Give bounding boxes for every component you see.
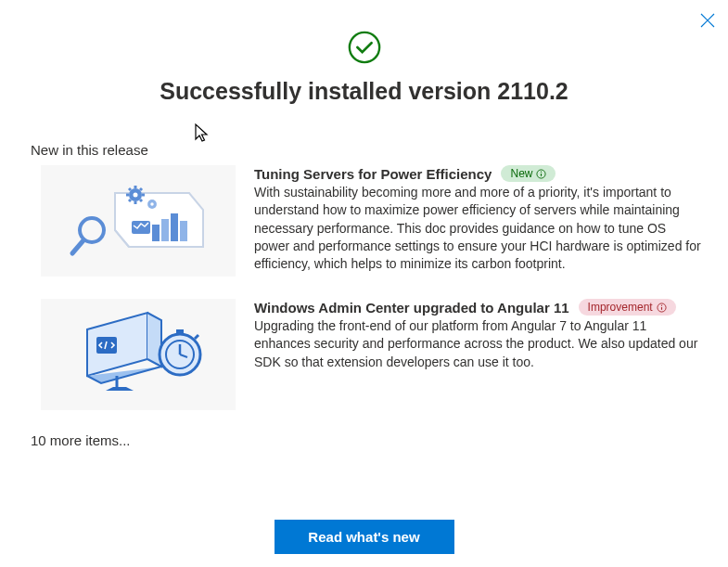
svg-point-22 [541, 171, 542, 172]
item-title: Tuning Servers for Power Efficiency [254, 166, 492, 182]
badge-label: Improvement [588, 301, 653, 314]
item-description: Upgrading the front-end of our platform … [254, 317, 702, 371]
improvement-badge: Improvement [579, 299, 676, 316]
svg-point-0 [349, 32, 378, 62]
svg-rect-16 [180, 221, 187, 241]
angular-upgrade-icon [59, 303, 217, 406]
svg-line-7 [129, 188, 131, 190]
svg-rect-13 [152, 225, 160, 241]
svg-line-8 [140, 200, 142, 201]
badge-label: New [510, 167, 532, 180]
section-label: New in this release [31, 142, 728, 158]
svg-rect-15 [171, 213, 178, 241]
release-item: Tuning Servers for Power Efficiency New … [41, 165, 709, 277]
svg-line-31 [195, 335, 198, 339]
item-body: Tuning Servers for Power Efficiency New … [254, 165, 709, 277]
item-thumbnail [41, 165, 236, 277]
page-title: Successfully installed version 2110.2 [0, 78, 728, 105]
svg-rect-30 [176, 329, 184, 334]
svg-point-12 [150, 202, 154, 206]
footer: Read what's new [0, 520, 728, 554]
info-icon [657, 303, 667, 313]
release-item: Windows Admin Center upgraded to Angular… [41, 299, 709, 410]
read-whats-new-button[interactable]: Read what's new [275, 520, 454, 554]
info-icon [536, 169, 546, 179]
svg-line-9 [129, 200, 131, 201]
svg-point-34 [660, 304, 661, 305]
release-items-list: Tuning Servers for Power Efficiency New … [0, 165, 728, 410]
item-title: Windows Admin Center upgraded to Angular… [254, 300, 569, 316]
item-description: With sustainability becoming more and mo… [254, 184, 702, 274]
close-button[interactable] [700, 13, 715, 28]
svg-line-18 [72, 240, 83, 253]
svg-point-2 [134, 193, 138, 198]
svg-line-10 [140, 188, 142, 190]
svg-rect-14 [161, 219, 169, 241]
item-body: Windows Admin Center upgraded to Angular… [254, 299, 709, 410]
new-badge: New [501, 165, 556, 182]
header: Successfully installed version 2110.2 [0, 0, 728, 105]
success-check-icon [347, 30, 382, 65]
close-icon [700, 13, 715, 28]
item-thumbnail [41, 299, 236, 410]
more-items-link[interactable]: 10 more items... [31, 432, 728, 448]
server-efficiency-icon [59, 174, 217, 267]
